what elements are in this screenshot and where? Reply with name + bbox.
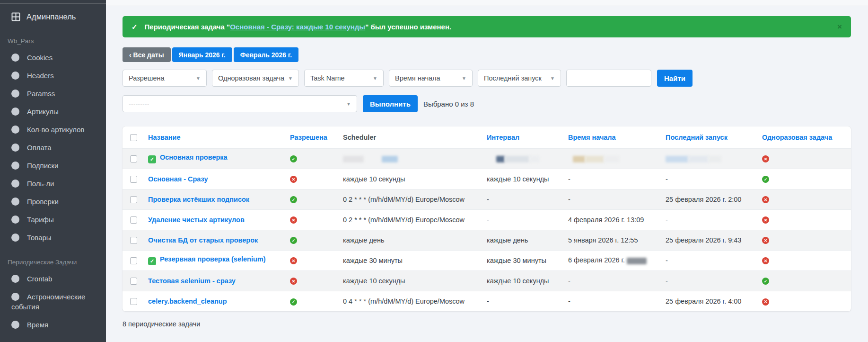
filter-select-start-time[interactable]: Время начала▼ — [389, 70, 473, 87]
row-checkbox[interactable] — [130, 237, 137, 244]
circle-icon — [11, 72, 19, 80]
one-off-cell: ✕ — [758, 209, 851, 230]
last-run-cell: 25 февраля 2026 г. 4:00 — [662, 291, 758, 311]
changed-task-link[interactable]: Основная - Сразу: каждые 10 секунды — [230, 23, 365, 31]
sidebar-item-артикулы[interactable]: Артикулы — [0, 107, 106, 117]
column-header-интервал: Интервал — [483, 126, 564, 148]
close-icon[interactable]: × — [837, 23, 842, 31]
one-off-cell: ✕ — [758, 291, 851, 311]
table-row: celery.backend_cleanup✓0 4 * * * (m/h/dM… — [123, 291, 851, 311]
action-select[interactable]: ---------▼ — [123, 95, 357, 112]
task-name-link[interactable]: Очистка БД от старых проверок — [148, 236, 258, 244]
task-name-link[interactable]: Основная проверка — [160, 153, 228, 161]
enabled-cell: ✕ — [286, 250, 339, 270]
top-navbar — [106, 0, 868, 6]
table-row: Удаление чистых артикулов✕0 2 * * * (m/h… — [123, 209, 851, 230]
sidebar-item-товары[interactable]: Товары — [0, 233, 106, 243]
row-checkbox[interactable] — [130, 155, 137, 162]
sort-link[interactable]: Разрешена — [290, 134, 327, 141]
filter-select-value: Последний запуск — [484, 74, 542, 82]
scheduler-cell: каждые день — [339, 230, 483, 250]
task-name-link[interactable]: Удаление чистых артикулов — [148, 216, 245, 224]
filter-select-value: Task Name — [310, 74, 345, 82]
sort-link[interactable]: Время начала — [568, 134, 616, 141]
row-checkbox[interactable] — [130, 216, 137, 224]
run-action-button[interactable]: Выполнить — [363, 95, 418, 112]
task-name-link[interactable]: Проверка истёкших подписок — [148, 196, 249, 203]
check-icon: ✓ — [132, 23, 138, 31]
task-name-cell: Тестовая selenium - сразу — [144, 270, 286, 291]
filter-select-enabled[interactable]: Разрешена▼ — [123, 70, 207, 87]
sidebar-section-label: Периодические Задачи — [0, 259, 106, 266]
sidebar-item-астрономические-события[interactable]: Астрономические события — [0, 292, 106, 312]
enabled-cell: ✓ — [286, 230, 339, 250]
redacted-text — [604, 156, 619, 162]
start-time-cell — [564, 148, 662, 169]
one-off-cell: ✓ — [758, 270, 851, 291]
sort-link[interactable]: Интервал — [487, 134, 519, 141]
row-checkbox[interactable] — [130, 257, 137, 264]
enabled-check-icon: ✓ — [290, 298, 297, 306]
sidebar-item-оплата[interactable]: Оплата — [0, 143, 106, 153]
sidebar-item-время[interactable]: Время — [0, 320, 106, 330]
circle-icon — [11, 108, 19, 116]
sidebar-item-headers[interactable]: Headers — [0, 71, 106, 81]
date-filter-button[interactable]: ‹ Все даты — [123, 47, 171, 62]
circle-icon — [11, 275, 19, 283]
task-table: НазваниеРазрешенаSchedulerИнтервалВремя … — [123, 126, 851, 311]
last-run-cell: - — [662, 250, 758, 270]
redacted-text — [529, 156, 540, 162]
enabled-cell: ✕ — [286, 169, 339, 189]
task-name-link[interactable]: Резервная проверка (selenium) — [160, 255, 266, 263]
task-name-cell: Удаление чистых артикулов — [144, 209, 286, 230]
redacted-text — [487, 156, 496, 162]
task-name-cell: Проверка истёкших подписок — [144, 189, 286, 209]
interval-cell: каждые 30 минуты — [483, 250, 564, 270]
task-name-cell: ✓Основная проверка — [144, 148, 286, 169]
sort-link[interactable]: Название — [148, 134, 180, 141]
filter-select-one-off[interactable]: Одноразовая задача▼ — [212, 70, 299, 87]
task-name-link[interactable]: celery.backend_cleanup — [148, 297, 227, 305]
sidebar-item-cookies[interactable]: Cookies — [0, 53, 106, 63]
sidebar-item-label: Оплата — [27, 144, 52, 152]
filter-select-task-name[interactable]: Task Name▼ — [304, 70, 384, 87]
sidebar-item-кол-во-артикулов[interactable]: Кол-во артикулов — [0, 125, 106, 135]
sidebar-item-подписки[interactable]: Подписки — [0, 161, 106, 171]
search-button[interactable]: Найти — [657, 70, 693, 87]
task-table-card: НазваниеРазрешенаSchedulerИнтервалВремя … — [123, 126, 851, 311]
row-checkbox[interactable] — [130, 196, 137, 203]
task-name-link[interactable]: Основная - Сразу — [148, 175, 208, 183]
search-input[interactable] — [566, 70, 651, 87]
circle-icon — [11, 216, 19, 224]
row-checkbox[interactable] — [130, 176, 137, 183]
row-select-cell — [123, 148, 144, 169]
select-all-checkbox[interactable] — [130, 134, 137, 141]
redacted-text — [688, 156, 708, 162]
sidebar-item-paramss[interactable]: Paramss — [0, 89, 106, 99]
last-run-cell: - — [662, 209, 758, 230]
sidebar-section-items: CrontabАстрономические событияВремя — [0, 274, 106, 330]
sidebar-item-тарифы[interactable]: Тарифы — [0, 215, 106, 225]
column-header-разрешена: Разрешена — [286, 126, 339, 148]
redacted-text — [343, 156, 364, 162]
sidebar-item-label: Кол-во артикулов — [27, 126, 85, 134]
one-off-cell: ✕ — [758, 250, 851, 270]
circle-icon — [11, 54, 19, 62]
row-checkbox[interactable] — [130, 298, 137, 305]
sort-link[interactable]: Одноразовая задача — [762, 134, 832, 141]
enabled-cell: ✕ — [286, 270, 339, 291]
circle-icon — [11, 293, 19, 301]
sidebar-item-проверки[interactable]: Проверки — [0, 197, 106, 207]
sort-link[interactable]: Последний запуск — [666, 134, 728, 141]
task-name-link[interactable]: Тестовая selenium - сразу — [148, 277, 236, 285]
chevron-down-icon: ▼ — [288, 76, 293, 81]
sidebar-item-crontab[interactable]: Crontab — [0, 274, 106, 284]
action-row: ---------▼ Выполнить Выбрано 0 из 8 — [123, 95, 851, 112]
row-checkbox[interactable] — [130, 278, 137, 285]
sidebar-item-label: Crontab — [27, 275, 52, 283]
filter-select-last-run[interactable]: Последний запуск▼ — [478, 70, 561, 87]
scheduler-cell: 0 2 * * * (m/h/dM/MY/d) Europe/Moscow — [339, 189, 483, 209]
sidebar-item-поль-ли[interactable]: Поль-ли — [0, 179, 106, 189]
date-filter-button[interactable]: Январь 2026 г. — [172, 47, 232, 62]
date-filter-button[interactable]: Февраль 2026 г. — [234, 47, 298, 62]
